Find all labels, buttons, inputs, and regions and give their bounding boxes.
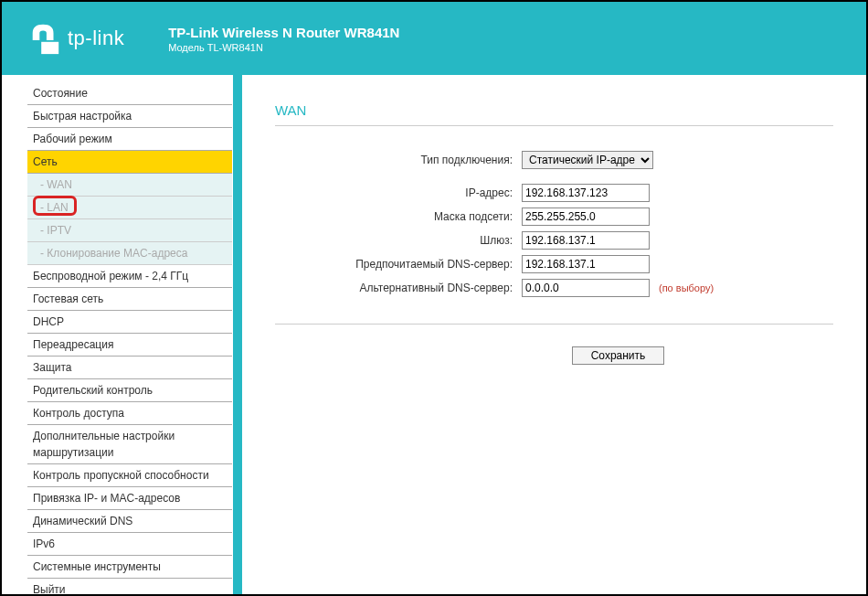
brand-text: tp-link (68, 27, 124, 50)
sidebar-item-access[interactable]: Контроль доступа (27, 402, 232, 425)
sidebar-item-logout[interactable]: Выйти (27, 579, 232, 594)
sidebar-item-parental[interactable]: Родительский контроль (27, 379, 232, 402)
tplink-logo-icon (27, 21, 62, 56)
header: tp-link TP-Link Wireless N Router WR841N… (2, 2, 866, 75)
sidebar-item-wireless[interactable]: Беспроводной режим - 2,4 ГГц (27, 265, 232, 288)
sidebar-item-bandwidth[interactable]: Контроль пропускной способности (27, 464, 232, 487)
input-dns1[interactable] (522, 255, 650, 273)
sidebar-item-ipmac[interactable]: Привязка IP- и MAC-адресов (27, 487, 232, 510)
page-title: WAN (275, 102, 833, 126)
label-ip: IP-адрес: (275, 186, 522, 199)
main-content: WAN Тип подключения: Статический IP-адре… (242, 75, 866, 594)
sidebar-item-mode[interactable]: Рабочий режим (27, 128, 232, 151)
label-gw: Шлюз: (275, 234, 522, 247)
divider (275, 324, 833, 325)
input-gw[interactable] (522, 231, 650, 250)
sidebar-item-guest[interactable]: Гостевая сеть (27, 288, 232, 311)
sidebar-item-status[interactable]: Состояние (27, 82, 232, 105)
sidebar-sub-lan-label: - LAN (40, 201, 69, 214)
sidebar-item-network[interactable]: Сеть (27, 151, 232, 174)
sidebar-item-ipv6[interactable]: IPv6 (27, 533, 232, 556)
label-conn-type: Тип подключения: (275, 154, 522, 166)
sidebar-item-routing[interactable]: Дополнительные настройки маршрутизации (27, 425, 232, 464)
input-mask[interactable] (522, 208, 650, 226)
hint-dns2: (по выбору) (659, 282, 714, 293)
sidebar-item-dhcp[interactable]: DHCP (27, 311, 232, 334)
header-titles: TP-Link Wireless N Router WR841N Модель … (168, 25, 399, 53)
sidebar-item-security[interactable]: Защита (27, 357, 232, 379)
sidebar-sub-lan[interactable]: - LAN (27, 197, 232, 219)
sidebar-sub-iptv[interactable]: - IPTV (27, 219, 232, 242)
wan-form: Тип подключения: Статический IP-адрес IP… (275, 150, 833, 298)
input-ip[interactable] (522, 184, 650, 202)
sidebar: Состояние Быстрая настройка Рабочий режи… (2, 75, 233, 594)
product-model: Модель TL-WR841N (168, 42, 399, 53)
save-button[interactable]: Сохранить (572, 346, 665, 365)
input-dns2[interactable] (522, 279, 650, 297)
select-conn-type[interactable]: Статический IP-адрес (522, 151, 653, 169)
label-dns1: Предпочитаемый DNS-сервер: (275, 258, 522, 271)
sidebar-item-quicksetup[interactable]: Быстрая настройка (27, 105, 232, 128)
sidebar-sub-wan[interactable]: - WAN (27, 174, 232, 197)
sidebar-item-ddns[interactable]: Динамический DNS (27, 510, 232, 533)
sidebar-sub-macclone[interactable]: - Клонирование MAC-адреса (27, 242, 232, 265)
label-dns2: Альтернативный DNS-сервер: (275, 282, 522, 294)
sidebar-item-systools[interactable]: Системные инструменты (27, 556, 232, 579)
brand-logo: tp-link (27, 21, 124, 56)
svg-rect-0 (41, 42, 58, 54)
product-title: TP-Link Wireless N Router WR841N (168, 25, 399, 40)
label-mask: Маска подсети: (275, 210, 522, 223)
sidebar-item-forwarding[interactable]: Переадресация (27, 334, 232, 357)
separator (233, 75, 242, 594)
